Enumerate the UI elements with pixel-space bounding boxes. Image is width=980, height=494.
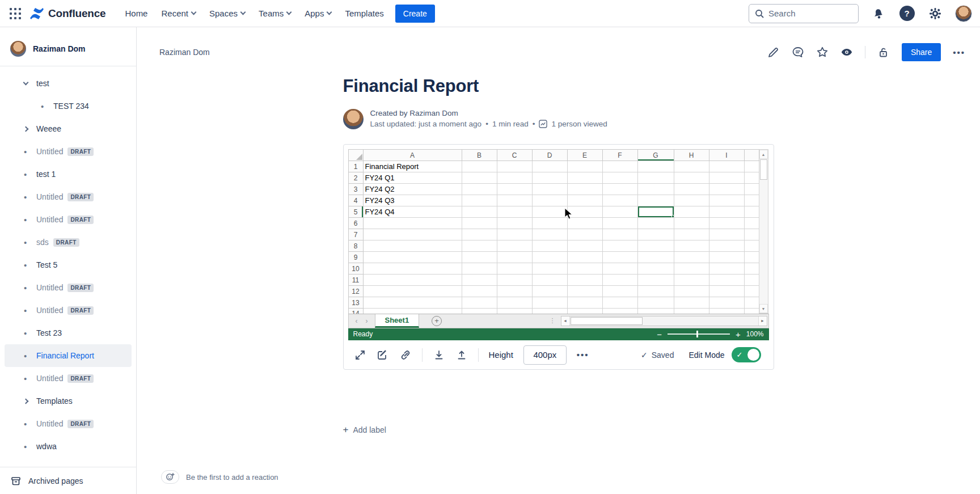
row-header-4[interactable]: 4 <box>348 195 363 206</box>
cell-A6[interactable] <box>363 218 462 229</box>
column-header-I[interactable]: I <box>709 150 744 161</box>
cell-D6[interactable] <box>532 218 567 229</box>
cell-G5[interactable] <box>637 206 674 218</box>
cell-E1[interactable] <box>567 161 602 172</box>
cell-F2[interactable] <box>602 172 637 184</box>
confluence-logo[interactable]: Confluence <box>29 7 105 20</box>
cell-E12[interactable] <box>567 286 602 297</box>
cell-I7[interactable] <box>709 229 744 240</box>
row-header-5[interactable]: 5 <box>348 206 363 218</box>
cell-B7[interactable] <box>462 229 497 240</box>
cell-I8[interactable] <box>709 240 744 252</box>
row-header-1[interactable]: 1 <box>348 161 363 172</box>
cell-H9[interactable] <box>674 252 709 263</box>
cell-A4[interactable]: FY24 Q3 <box>363 195 462 206</box>
fill-handle[interactable] <box>671 215 674 218</box>
cell-A9[interactable] <box>363 252 462 263</box>
cell-D2[interactable] <box>532 172 567 184</box>
row-header-7[interactable]: 7 <box>348 229 363 240</box>
cell-B9[interactable] <box>462 252 497 263</box>
cell-C1[interactable] <box>497 161 532 172</box>
prev-sheet-icon[interactable]: ‹ <box>356 317 358 325</box>
upload-icon[interactable] <box>455 349 468 361</box>
star-icon[interactable] <box>816 46 829 58</box>
cell-H3[interactable] <box>674 184 709 195</box>
add-sheet-icon[interactable]: + <box>432 316 442 326</box>
sidebar-item-untitled[interactable]: •UntitledDRAFT <box>5 140 132 163</box>
edit-mode-toggle[interactable]: ✓ <box>732 347 761 362</box>
cell-E4[interactable] <box>567 195 602 206</box>
search-box[interactable] <box>749 4 859 23</box>
cell-partial[interactable] <box>744 252 759 263</box>
cell-F12[interactable] <box>602 286 637 297</box>
column-header-A[interactable]: A <box>363 150 462 161</box>
column-header-B[interactable]: B <box>462 150 497 161</box>
cell-B6[interactable] <box>462 218 497 229</box>
row-header-12[interactable]: 12 <box>348 286 363 297</box>
cell-G8[interactable] <box>637 240 674 252</box>
cell-B2[interactable] <box>462 172 497 184</box>
cell-I13[interactable] <box>709 297 744 309</box>
share-button[interactable]: Share <box>902 43 941 61</box>
author-avatar[interactable] <box>343 109 364 129</box>
nav-item-recent[interactable]: Recent <box>155 5 201 22</box>
sidebar-item-wdwa[interactable]: •wdwa <box>5 435 132 458</box>
sidebar-item-templates[interactable]: Templates <box>5 390 132 412</box>
cell-partial[interactable] <box>744 218 759 229</box>
cell-C4[interactable] <box>497 195 532 206</box>
cell-I10[interactable] <box>709 263 744 275</box>
cell-A3[interactable]: FY24 Q2 <box>363 184 462 195</box>
cell-B8[interactable] <box>462 240 497 252</box>
cell-E5[interactable] <box>567 206 602 218</box>
row-header-2[interactable]: 2 <box>348 172 363 184</box>
sidebar-item-test[interactable]: test <box>5 72 132 95</box>
cell-G13[interactable] <box>637 297 674 309</box>
cell-I2[interactable] <box>709 172 744 184</box>
cell-A11[interactable] <box>363 275 462 286</box>
zoom-slider-knob[interactable] <box>696 331 698 337</box>
cell-F3[interactable] <box>602 184 637 195</box>
sidebar-item-untitled[interactable]: •UntitledDRAFT <box>5 412 132 435</box>
sidebar-item-sds[interactable]: •sdsDRAFT <box>5 231 132 254</box>
cell-B1[interactable] <box>462 161 497 172</box>
sidebar-item-test-234[interactable]: •TEST 234 <box>5 95 132 117</box>
expand-icon[interactable] <box>354 349 366 361</box>
cell-partial[interactable] <box>744 229 759 240</box>
cell-I5[interactable] <box>709 206 744 218</box>
cell-D1[interactable] <box>532 161 567 172</box>
cell-E11[interactable] <box>567 275 602 286</box>
cell-G4[interactable] <box>637 195 674 206</box>
edit-page-icon[interactable] <box>767 46 780 58</box>
sidebar-item-weeee[interactable]: Weeee <box>5 117 132 140</box>
cell-A5[interactable]: FY24 Q4 <box>363 206 462 218</box>
cell-partial[interactable] <box>744 263 759 275</box>
cell-H12[interactable] <box>674 286 709 297</box>
cell-G7[interactable] <box>637 229 674 240</box>
cell-C12[interactable] <box>497 286 532 297</box>
row-header-9[interactable]: 9 <box>348 252 363 263</box>
cell-E2[interactable] <box>567 172 602 184</box>
cell-G2[interactable] <box>637 172 674 184</box>
cell-C7[interactable] <box>497 229 532 240</box>
horizontal-scrollbar[interactable]: ◄ ► <box>561 316 767 326</box>
cell-H2[interactable] <box>674 172 709 184</box>
cell-D5[interactable] <box>532 206 567 218</box>
cell-E10[interactable] <box>567 263 602 275</box>
scroll-up-icon[interactable]: ▲ <box>759 150 768 159</box>
cell-B11[interactable] <box>462 275 497 286</box>
sidebar-item-test-23[interactable]: •Test 23 <box>5 322 132 344</box>
unlock-icon[interactable] <box>877 46 890 58</box>
column-header-H[interactable]: H <box>674 150 709 161</box>
scroll-down-icon[interactable]: ▼ <box>759 304 768 313</box>
cell-I3[interactable] <box>709 184 744 195</box>
chevron-right-icon[interactable] <box>23 126 29 132</box>
archived-pages-button[interactable]: Archived pages <box>0 467 136 494</box>
row-header-3[interactable]: 3 <box>348 184 363 195</box>
row-header-11[interactable]: 11 <box>348 275 363 286</box>
cell-D4[interactable] <box>532 195 567 206</box>
cell-partial[interactable] <box>744 275 759 286</box>
cell-C13[interactable] <box>497 297 532 309</box>
cell-D3[interactable] <box>532 184 567 195</box>
cell-B3[interactable] <box>462 184 497 195</box>
cell-F11[interactable] <box>602 275 637 286</box>
